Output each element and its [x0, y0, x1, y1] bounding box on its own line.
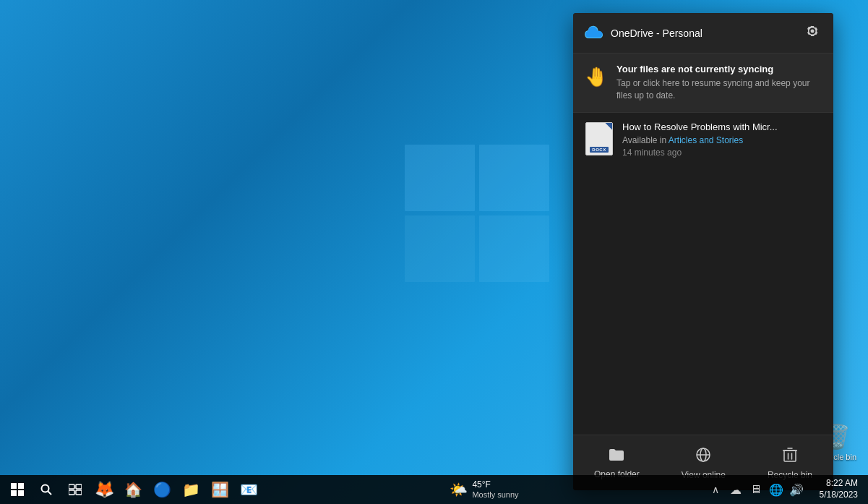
system-tray: ∧ ☁ 🖥 🌐 🔊	[705, 475, 807, 504]
start-button[interactable]	[3, 475, 32, 504]
clock-section[interactable]: 8:22 AM 5/18/2023	[809, 475, 864, 504]
weather-section[interactable]: 🌤️ 45°F Mostly sunny	[444, 475, 524, 504]
svg-rect-8	[11, 483, 17, 489]
taskbar-fox-icon[interactable]: 🦊	[90, 475, 119, 504]
tray-chevron[interactable]: ∧	[705, 475, 726, 504]
globe-icon	[695, 447, 711, 466]
onedrive-panel: OneDrive - Personal 🤚 Your files are not…	[573, 13, 833, 490]
weather-temp: 45°F	[472, 479, 518, 490]
search-button[interactable]	[32, 475, 61, 504]
file-location-link[interactable]: Articles and Stories	[669, 135, 743, 145]
sync-heading: Your files are not currently syncing	[616, 64, 822, 74]
panel-header: OneDrive - Personal	[573, 13, 833, 54]
sync-banner[interactable]: 🤚 Your files are not currently syncing T…	[573, 54, 833, 113]
svg-rect-15	[76, 484, 82, 489]
taskbar-home-icon[interactable]: 🏠	[119, 475, 147, 504]
file-item[interactable]: DOCX How to Resolve Problems with Micr..…	[573, 113, 833, 166]
sync-description: Tap or click here to resume syncing and …	[616, 77, 822, 102]
svg-rect-11	[18, 490, 24, 496]
taskbar-folder-icon[interactable]: 📁	[176, 475, 205, 504]
file-location: Available in Articles and Stories	[622, 135, 822, 145]
tray-device[interactable]: 🖥	[746, 475, 766, 504]
svg-rect-3	[784, 450, 796, 461]
svg-rect-14	[69, 484, 74, 489]
svg-rect-16	[69, 490, 74, 495]
svg-rect-17	[76, 490, 82, 495]
taskbar-store-icon[interactable]: 🪟	[205, 475, 234, 504]
file-location-prefix: Available in	[622, 135, 669, 145]
file-name: How to Resolve Problems with Micr...	[622, 121, 822, 132]
clock-time: 8:22 AM	[826, 478, 858, 490]
onedrive-cloud-icon	[585, 25, 603, 41]
svg-rect-10	[11, 490, 17, 496]
taskbar-right: ∧ ☁ 🖥 🌐 🔊 8:22 AM 5/18/2023	[705, 475, 868, 504]
svg-point-12	[42, 485, 49, 492]
file-info: How to Resolve Problems with Micr... Ava…	[622, 121, 822, 158]
taskbar-browser-icon[interactable]: 🔵	[147, 475, 176, 504]
clock-date: 5/18/2023	[820, 490, 858, 501]
task-view-button[interactable]	[61, 475, 90, 504]
desktop: 🗑️ Recycle bin OneDrive - Personal	[0, 0, 868, 504]
settings-button[interactable]	[803, 23, 822, 43]
panel-body	[573, 166, 833, 435]
weather-description: Mostly sunny	[472, 490, 518, 500]
folder-icon	[609, 448, 624, 466]
taskbar-mail-icon[interactable]: 📧	[234, 475, 263, 504]
panel-header-left: OneDrive - Personal	[585, 25, 702, 41]
svg-line-13	[48, 492, 52, 495]
panel-title: OneDrive - Personal	[611, 27, 702, 39]
tray-network[interactable]: 🌐	[766, 475, 786, 504]
taskbar: 🦊 🏠 🔵 📁 🪟 📧 🌤️ 45°F Mostly sunny ∧ ☁ 🖥 🌐…	[0, 475, 868, 504]
sync-pause-icon: 🤚	[585, 64, 608, 90]
taskbar-left: 🦊 🏠 🔵 📁 🪟 📧	[0, 475, 263, 504]
file-icon-wrap: DOCX	[585, 121, 614, 156]
weather-text: 45°F Mostly sunny	[472, 479, 518, 500]
file-time: 14 minutes ago	[622, 148, 822, 158]
svg-rect-9	[18, 483, 24, 489]
sync-text: Your files are not currently syncing Tap…	[616, 64, 822, 102]
windows-logo	[405, 145, 564, 304]
weather-icon: 🌤️	[450, 481, 468, 498]
tray-onedrive[interactable]: ☁	[726, 475, 746, 504]
docx-icon: DOCX	[585, 122, 613, 155]
recycle-bin-footer-icon	[783, 447, 797, 466]
tray-volume[interactable]: 🔊	[786, 475, 807, 504]
